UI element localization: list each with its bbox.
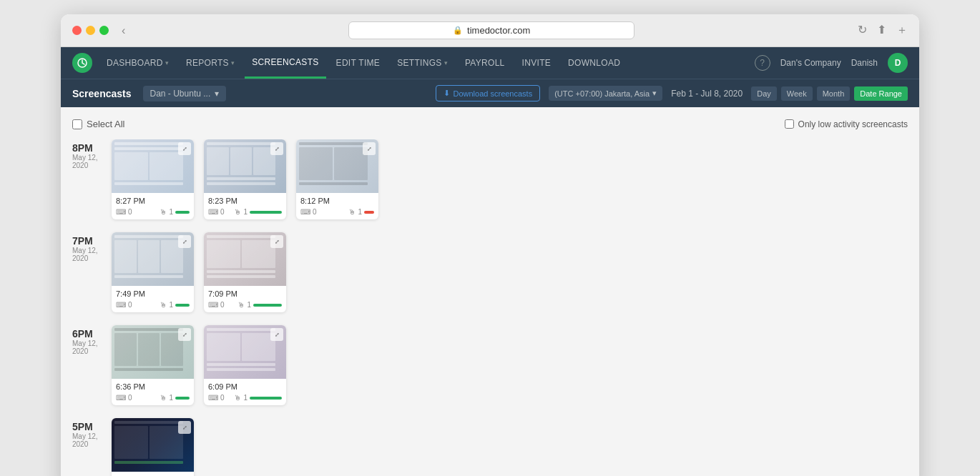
minimize-button[interactable] — [86, 26, 95, 35]
hour-block-8pm: 8PM May 12, 2020 — [72, 139, 908, 219]
sc-meta-right: 🖱 1 — [234, 208, 282, 216]
sc-info: 8:23 PM ⌨ 0 🖱 1 — [204, 193, 286, 219]
share-icon[interactable]: ⬆ — [877, 23, 886, 38]
app: DASHBOARD ▾ REPORTS ▾ SCREENCASTS EDIT T… — [61, 47, 919, 476]
browser-chrome: ‹ 🔒 timedoctor.com ↻ ⬆ ＋ — [61, 14, 919, 47]
user-selector[interactable]: Dan - Ubuntu ... ▾ — [143, 86, 227, 101]
back-button[interactable]: ‹ — [122, 24, 125, 37]
sc-meta: ⌨ 0 🖱 1 — [208, 301, 282, 309]
sc-info: 8:12 PM ⌨ 0 🖱 1 — [296, 193, 378, 219]
keyboard-icon: ⌨ — [116, 301, 126, 309]
keyboard-icon: ⌨ — [300, 208, 310, 216]
expand-button[interactable]: ⤢ — [270, 328, 283, 341]
sc-info: 6:09 PM ⌨ 0 🖱 1 — [204, 379, 286, 405]
nav-item-invite[interactable]: INVITE — [515, 47, 558, 79]
hour-block-7pm: 7PM May 12, 2020 — [72, 232, 908, 312]
sc-meta: ⌨ 0 🖱 1 — [208, 394, 282, 402]
sc-meta-right: 🖱 1 — [348, 208, 374, 216]
screencast-card: ⤢ 8:23 PM ⌨ 0 🖱 — [204, 139, 286, 219]
mouse-icon: 🖱 — [160, 394, 167, 402]
sc-meta-left: ⌨ 0 — [116, 208, 132, 216]
low-activity-label[interactable]: Only low activity screencasts — [798, 119, 908, 129]
sc-meta: ⌨ 0 🖱 1 — [116, 394, 190, 402]
select-all-label[interactable]: Select All — [87, 119, 124, 129]
expand-button[interactable]: ⤢ — [178, 142, 191, 155]
nav-right: ? Dan's Company Danish D — [755, 53, 908, 73]
lock-icon: 🔒 — [453, 26, 463, 35]
screenshot-thumbnail[interactable]: ⤢ — [112, 232, 194, 286]
week-button[interactable]: Week — [781, 86, 813, 101]
low-activity-checkbox[interactable] — [785, 119, 794, 129]
keyboard-icon: ⌨ — [116, 394, 126, 402]
content-area: Select All Only low activity screencasts… — [61, 107, 919, 476]
select-all-wrapper: Select All — [72, 119, 124, 129]
maximize-button[interactable] — [99, 26, 109, 35]
chevron-down-icon: ▾ — [652, 89, 657, 98]
mouse-icon: 🖱 — [160, 301, 167, 309]
language-selector[interactable]: Danish — [851, 58, 878, 68]
keyboard-icon: ⌨ — [208, 208, 218, 216]
help-icon[interactable]: ? — [755, 55, 770, 71]
screenshot-thumbnail[interactable]: ⤢ — [296, 139, 378, 193]
sc-meta-left: ⌨ 0 — [116, 394, 132, 402]
screenshot-thumbnail[interactable]: ⤢ — [112, 139, 194, 193]
download-screencasts-button[interactable]: ⬇ Download screencasts — [436, 85, 541, 101]
sc-meta: ⌨ 0 🖱 1 — [116, 301, 190, 309]
timezone-selector[interactable]: (UTC +07:00) Jakarta, Asia ▾ — [549, 86, 662, 101]
low-activity-wrapper: Only low activity screencasts — [785, 119, 908, 129]
expand-button[interactable]: ⤢ — [363, 142, 376, 155]
screenshot-thumbnail[interactable]: ⤢ — [112, 325, 194, 379]
expand-button[interactable]: ⤢ — [270, 142, 283, 155]
mouse-icon: 🖱 — [237, 301, 245, 309]
expand-button[interactable]: ⤢ — [270, 235, 283, 248]
nav-item-reports[interactable]: REPORTS ▾ — [179, 47, 242, 79]
expand-button[interactable]: ⤢ — [178, 421, 191, 434]
page-title: Screencasts — [72, 88, 132, 99]
expand-button[interactable]: ⤢ — [178, 235, 191, 248]
company-name[interactable]: Dan's Company — [780, 58, 841, 68]
mouse-icon: 🖱 — [234, 208, 241, 216]
activity-bar — [175, 304, 190, 307]
address-bar[interactable]: 🔒 timedoctor.com — [348, 21, 634, 39]
month-button[interactable]: Month — [817, 86, 851, 101]
nav-item-download[interactable]: DOWNLOAD — [561, 47, 627, 79]
screencasts-list: 8PM May 12, 2020 — [72, 139, 908, 476]
reload-icon[interactable]: ↻ — [858, 23, 867, 38]
sc-meta: ⌨ 0 🖱 1 — [300, 208, 374, 216]
traffic-lights — [72, 26, 109, 35]
screencast-card: ⤢ 7:49 PM ⌨ 0 🖱 — [112, 232, 194, 312]
screencast-card: ⤢ 8:12 PM ⌨ 0 🖱 — [296, 139, 378, 219]
hour-block-6pm: 6PM May 12, 2020 — [72, 325, 908, 405]
nav-item-screencasts[interactable]: SCREENCASTS — [245, 47, 325, 79]
hour-block-5pm: 5PM May 12, 2020 — [72, 418, 908, 476]
nav-items: DASHBOARD ▾ REPORTS ▾ SCREENCASTS EDIT T… — [99, 47, 755, 79]
screencasts-row-5pm: ⤢ 5:00 PM ⌨ 0 🖱 — [112, 418, 194, 476]
activity-bar — [250, 211, 282, 214]
screenshot-thumbnail[interactable]: ⤢ — [204, 139, 286, 193]
nav-item-edittime[interactable]: EDIT TIME — [329, 47, 388, 79]
sc-meta-right: 🖱 1 — [237, 301, 282, 309]
expand-button[interactable]: ⤢ — [178, 328, 191, 341]
sc-info: 6:36 PM ⌨ 0 🖱 1 — [112, 379, 194, 405]
nav-item-payroll[interactable]: PAYROLL — [458, 47, 512, 79]
date-range-button[interactable]: Date Range — [854, 86, 908, 101]
sc-meta-right: 🖱 1 — [160, 301, 190, 309]
nav-item-dashboard[interactable]: DASHBOARD ▾ — [99, 47, 176, 79]
close-button[interactable] — [72, 26, 82, 35]
chevron-down-icon: ▾ — [165, 59, 169, 66]
user-avatar[interactable]: D — [888, 53, 908, 73]
screencasts-row-7pm: ⤢ 7:49 PM ⌨ 0 🖱 — [112, 232, 286, 312]
sc-meta-left: ⌨ 0 — [208, 301, 225, 309]
screenshot-thumbnail[interactable]: ⤢ — [204, 325, 286, 379]
new-tab-icon[interactable]: ＋ — [896, 23, 908, 38]
nav-item-settings[interactable]: SETTINGS ▾ — [390, 47, 455, 79]
screenshot-thumbnail[interactable]: ⤢ — [112, 418, 194, 472]
keyboard-icon: ⌨ — [208, 394, 218, 402]
select-all-checkbox[interactable] — [72, 119, 82, 129]
activity-bar — [175, 397, 190, 400]
activity-bar — [253, 304, 282, 307]
screenshot-thumbnail[interactable]: ⤢ — [204, 232, 286, 286]
day-button[interactable]: Day — [751, 86, 777, 101]
sc-meta-left: ⌨ 0 — [208, 208, 225, 216]
screencasts-row-8pm: ⤢ 8:27 PM ⌨ 0 🖱 — [112, 139, 378, 219]
